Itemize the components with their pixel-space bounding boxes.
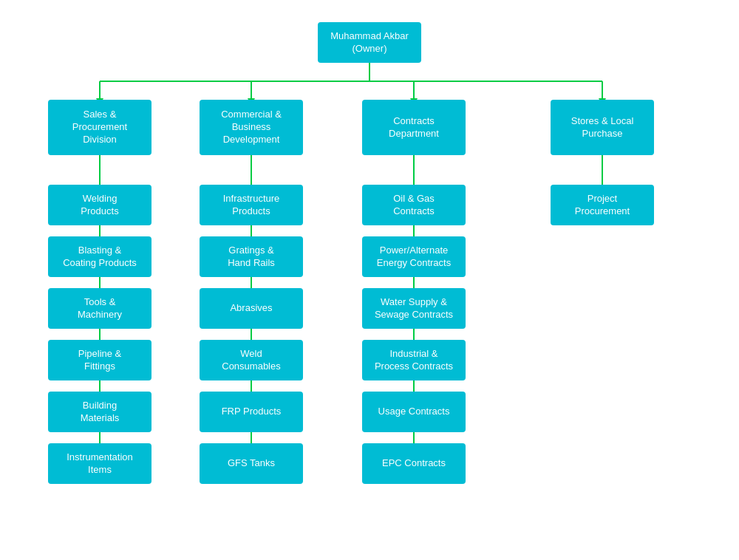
col3-item-2: Power/AlternateEnergy Contracts [362, 236, 466, 277]
col1-item-4: Pipeline &Fittings [48, 340, 151, 380]
col3-item-1: Oil & GasContracts [362, 185, 466, 225]
col2-item-6: GFS Tanks [200, 443, 303, 484]
dept-node-4: Stores & LocalPurchase [551, 100, 654, 155]
col3-item-6: EPC Contracts [362, 443, 466, 484]
col3-item-5: Usage Contracts [362, 392, 466, 432]
dept-node-3: ContractsDepartment [362, 100, 466, 155]
col1-item-5: BuildingMaterials [48, 392, 151, 432]
col3-item-4: Industrial &Process Contracts [362, 340, 466, 380]
col4-item-1: ProjectProcurement [551, 185, 654, 225]
col2-item-3: Abrasives [200, 288, 303, 329]
col1-item-1: WeldingProducts [48, 185, 151, 225]
col1-item-2: Blasting &Coating Products [48, 236, 151, 277]
col2-item-1: InfrastructureProducts [200, 185, 303, 225]
col1-item-6: InstrumentationItems [48, 443, 151, 484]
org-chart: Muhammad Akbar(Owner) Sales &Procurement… [0, 0, 739, 560]
col2-item-4: WeldConsumables [200, 340, 303, 380]
col2-item-2: Gratings &Hand Rails [200, 236, 303, 277]
root-node: Muhammad Akbar(Owner) [318, 22, 421, 63]
col1-item-3: Tools &Machinery [48, 288, 151, 329]
col2-item-5: FRP Products [200, 392, 303, 432]
col3-item-3: Water Supply &Sewage Contracts [362, 288, 466, 329]
dept-node-2: Commercial &BusinessDevelopment [200, 100, 303, 155]
dept-node-1: Sales &ProcurementDivision [48, 100, 151, 155]
